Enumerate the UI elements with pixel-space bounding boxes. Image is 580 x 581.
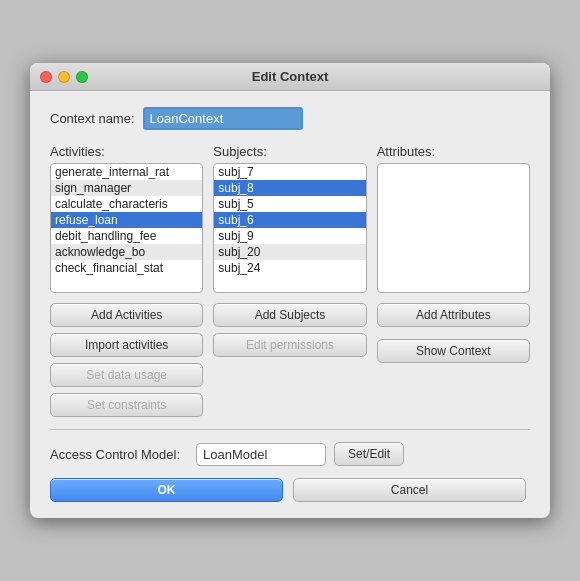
content-area: Context name: Activities: generate_inter… — [30, 91, 550, 518]
subjects-list[interactable]: subj_7subj_8subj_5subj_6subj_9subj_20sub… — [213, 163, 366, 293]
edit-context-window: Edit Context Context name: Activities: g… — [30, 63, 550, 518]
set-constraints-button[interactable]: Set constraints — [50, 393, 203, 417]
add-subjects-button[interactable]: Add Subjects — [213, 303, 366, 327]
show-context-button[interactable]: Show Context — [377, 339, 530, 363]
context-name-label: Context name: — [50, 111, 135, 126]
list-item[interactable]: subj_8 — [214, 180, 365, 196]
activities-list[interactable]: generate_internal_ratsign_managercalcula… — [50, 163, 203, 293]
list-item[interactable]: subj_7 — [214, 164, 365, 180]
context-name-input[interactable] — [143, 107, 303, 130]
list-item[interactable]: subj_9 — [214, 228, 365, 244]
list-item[interactable]: sign_manager — [51, 180, 202, 196]
acm-label: Access Control Model: — [50, 447, 180, 462]
set-edit-button[interactable]: Set/Edit — [334, 442, 404, 466]
subjects-label: Subjects: — [213, 144, 366, 159]
list-item[interactable]: subj_24 — [214, 260, 365, 276]
context-name-row: Context name: — [50, 107, 530, 130]
list-item[interactable]: subj_5 — [214, 196, 365, 212]
list-item[interactable]: subj_20 — [214, 244, 365, 260]
list-item[interactable]: debit_handling_fee — [51, 228, 202, 244]
window-title: Edit Context — [252, 69, 329, 84]
list-item[interactable]: calculate_characteris — [51, 196, 202, 212]
activities-column: Activities: generate_internal_ratsign_ma… — [50, 144, 203, 293]
import-activities-button[interactable]: Import activities — [50, 333, 203, 357]
list-item[interactable]: refuse_loan — [51, 212, 202, 228]
attributes-list[interactable] — [377, 163, 530, 293]
activities-buttons: Add Activities Import activities Set dat… — [50, 303, 203, 417]
close-button[interactable] — [40, 71, 52, 83]
list-item[interactable]: subj_6 — [214, 212, 365, 228]
subjects-buttons: Add Subjects Edit permissions — [213, 303, 366, 357]
subjects-column: Subjects: subj_7subj_8subj_5subj_6subj_9… — [213, 144, 366, 293]
attributes-label: Attributes: — [377, 144, 530, 159]
attributes-column: Attributes: — [377, 144, 530, 293]
add-activities-button[interactable]: Add Activities — [50, 303, 203, 327]
list-item[interactable]: check_financial_stat — [51, 260, 202, 276]
acm-group: Access Control Model: Set/Edit — [50, 442, 404, 466]
divider — [50, 429, 530, 430]
attributes-buttons: Add Attributes Show Context — [377, 303, 530, 363]
traffic-lights — [40, 71, 88, 83]
acm-input[interactable] — [196, 443, 326, 466]
maximize-button[interactable] — [76, 71, 88, 83]
minimize-button[interactable] — [58, 71, 70, 83]
lists-section: Activities: generate_internal_ratsign_ma… — [50, 144, 530, 293]
edit-permissions-button[interactable]: Edit permissions — [213, 333, 366, 357]
titlebar: Edit Context — [30, 63, 550, 91]
set-data-usage-button[interactable]: Set data usage — [50, 363, 203, 387]
list-item[interactable]: generate_internal_rat — [51, 164, 202, 180]
activities-label: Activities: — [50, 144, 203, 159]
ok-button[interactable]: OK — [50, 478, 283, 502]
action-buttons-section: Add Activities Import activities Set dat… — [50, 303, 530, 417]
cancel-button[interactable]: Cancel — [293, 478, 526, 502]
footer-buttons: OK Cancel — [50, 478, 530, 502]
access-control-row: Access Control Model: Set/Edit — [50, 442, 530, 466]
add-attributes-button[interactable]: Add Attributes — [377, 303, 530, 327]
list-item[interactable]: acknowledge_bo — [51, 244, 202, 260]
